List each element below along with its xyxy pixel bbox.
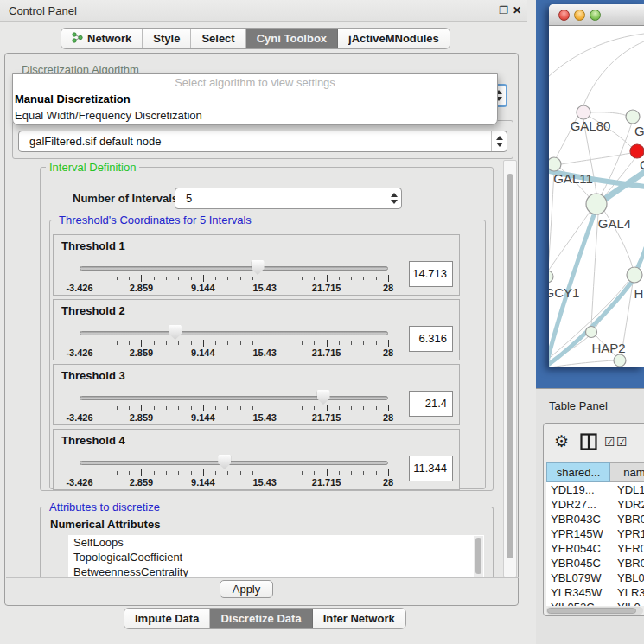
table-cell: YER054C — [546, 541, 610, 556]
table-row[interactable]: YER054CYER0 — [546, 541, 644, 556]
dropdown-item-equal-width[interactable]: Equal Width/Frequency Discretization — [13, 107, 497, 124]
node-label-gal80: GAL80 — [571, 118, 611, 133]
column-header-name[interactable]: name — [610, 462, 644, 482]
slider-scale-labels: -3.4262.8599.14415.4321.71528 — [80, 412, 388, 423]
tab-impute-data[interactable]: Impute Data — [124, 609, 210, 628]
table-row[interactable]: YDR27...YDR2 — [546, 497, 644, 512]
table-cell: YBR045C — [546, 556, 610, 571]
table-data-combobox[interactable]: galFiltered.sif default node — [18, 131, 507, 152]
table-row[interactable]: YLR345WYLR3 — [546, 585, 644, 600]
tab-select[interactable]: Select — [191, 29, 245, 48]
gear-icon[interactable]: ⚙ — [554, 431, 569, 451]
threshold-2-slider-track[interactable] — [80, 331, 388, 335]
slider-tick-label: 15.43 — [252, 348, 277, 358]
threshold-2-value-field[interactable]: 6.316 — [409, 326, 453, 352]
slider-tick-label: -3.426 — [66, 477, 92, 488]
tab-jactivemnodules[interactable]: jActiveMNodules — [338, 29, 450, 48]
checkbox-icon[interactable]: ☑ — [604, 435, 615, 449]
threshold-4-slider-thumb[interactable] — [218, 455, 231, 469]
slider-tick-label: 9.144 — [191, 283, 215, 293]
mac-close-icon[interactable] — [558, 10, 570, 21]
slider-tick-label: 9.144 — [191, 412, 215, 423]
attribute-item[interactable]: SelfLoops — [68, 535, 484, 550]
interval-definition-title: Interval Definition — [46, 161, 139, 174]
threshold-3-card: Threshold 3 -3.4262.8599.14415.4321.7152… — [53, 364, 460, 425]
tab-style-label: Style — [153, 32, 180, 45]
table-cell: YLR345W — [546, 585, 610, 600]
mac-zoom-icon[interactable] — [590, 10, 601, 21]
node-gcy1[interactable] — [549, 271, 553, 283]
table-row[interactable]: YDL19...YDL1 — [546, 482, 644, 497]
slider-tick-label: 2.859 — [130, 283, 154, 293]
float-window-icon[interactable]: ❐ — [499, 0, 508, 22]
settings-vertical-scrollbar[interactable] — [503, 160, 517, 577]
table-cell: YBR043C — [546, 512, 610, 526]
control-panel-titlebar: Control Panel ❐ ✕ — [0, 0, 527, 22]
network-canvas[interactable]: GAL80 GA C GAL11 GAL4 GCY1 H HAP2 — [549, 26, 644, 367]
threshold-2-slider-thumb[interactable] — [169, 325, 182, 340]
tab-infer-network[interactable]: Infer Network — [313, 609, 405, 628]
node-label-gal11: GAL11 — [553, 171, 593, 186]
number-of-intervals-value: 5 — [186, 192, 192, 205]
attribute-item[interactable]: BetweennessCentrality — [68, 564, 484, 578]
table-row[interactable]: YPR145WYPR1 — [546, 526, 644, 541]
screen: { "window": { "title": "Control Panel", … — [0, 0, 644, 644]
close-icon[interactable]: ✕ — [513, 0, 521, 22]
attributes-group: Attributes to discretize Numerical Attri… — [40, 507, 494, 578]
tab-style[interactable]: Style — [143, 29, 191, 48]
node-gal4[interactable] — [586, 194, 607, 214]
thresholds-group-title: Threshold's Coordinates for 5 Intervals — [55, 214, 255, 226]
table-cell: YPR145W — [546, 526, 610, 541]
attribute-item[interactable]: TopologicalCoefficient — [68, 550, 484, 564]
node-gal80[interactable] — [577, 105, 590, 119]
algorithm-dropdown-popup: Select algorithm to view settings Manual… — [12, 73, 498, 125]
table-horizontal-scrollbar[interactable] — [546, 607, 643, 615]
tab-network[interactable]: Network — [61, 29, 143, 48]
tab-select-label: Select — [201, 32, 234, 45]
checkbox-icon[interactable]: ☑ — [616, 435, 628, 449]
node-h[interactable] — [627, 267, 642, 283]
threshold-3-value-field[interactable]: 21.4 — [409, 391, 453, 417]
column-header-shared-name[interactable]: shared... — [546, 462, 610, 482]
slider-tick-label: -3.426 — [66, 348, 92, 358]
tab-cyni-toolbox[interactable]: Cyni Toolbox — [246, 29, 338, 48]
node-hap2[interactable] — [586, 327, 597, 338]
columns-icon[interactable] — [580, 433, 597, 453]
threshold-4-slider-track[interactable] — [80, 461, 388, 465]
table-cell: YBL079W — [546, 571, 610, 585]
number-of-intervals-combobox[interactable]: 5 — [175, 188, 402, 209]
dropdown-item-manual-discretization[interactable]: Manual Discretization — [13, 91, 497, 107]
threshold-1-slider-thumb[interactable] — [252, 260, 265, 275]
slider-tick-label: 21.715 — [312, 477, 341, 488]
dropdown-placeholder-item[interactable]: Select algorithm to view settings — [13, 74, 497, 91]
threshold-1-slider-track[interactable] — [80, 266, 388, 271]
node-red[interactable] — [630, 144, 644, 158]
control-panel: Control Panel ❐ ✕ Network Style Select C… — [0, 0, 527, 644]
node-gal11[interactable] — [549, 157, 561, 171]
threshold-4-value-field[interactable]: 11.344 — [409, 456, 453, 481]
table-row[interactable]: YBR045CYBR0 — [546, 556, 644, 571]
attributes-list-scrollbar[interactable] — [474, 536, 483, 578]
node-label-c: C — [640, 157, 644, 172]
node-label-ga: GA — [634, 124, 644, 138]
slider-tick-label: 9.144 — [191, 348, 215, 358]
table-cell: YPR1 — [610, 526, 644, 541]
tab-discretize-data[interactable]: Discretize Data — [210, 609, 312, 628]
table-row[interactable]: YIL052CYIL0 — [546, 600, 644, 606]
node-bottom[interactable] — [614, 354, 626, 367]
table-cell: YBR0 — [610, 556, 644, 571]
threshold-2-card: Threshold 2 -3.4262.8599.14415.4321.7152… — [53, 299, 460, 360]
threshold-3-label: Threshold 3 — [61, 369, 125, 382]
mac-minimize-icon[interactable] — [574, 10, 585, 21]
table-row[interactable]: YBL079WYBL0 — [546, 571, 644, 585]
node-ga[interactable] — [626, 110, 640, 124]
table-row[interactable]: YBR043CYBR0 — [546, 512, 644, 526]
slider-tick-label: 28 — [383, 412, 393, 423]
node-label-gal4: GAL4 — [598, 216, 631, 231]
threshold-3-slider-track[interactable] — [80, 396, 388, 400]
table-cell: YIL052C — [546, 600, 610, 606]
apply-button[interactable]: Apply — [220, 580, 273, 598]
threshold-1-value-field[interactable]: 14.713 — [409, 261, 453, 287]
slider-tick-label: 9.144 — [191, 477, 215, 488]
threshold-3-slider-thumb[interactable] — [317, 390, 330, 405]
